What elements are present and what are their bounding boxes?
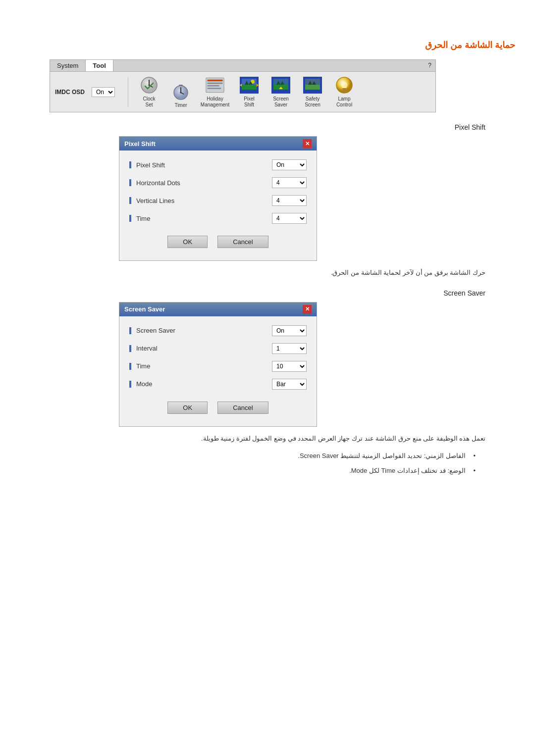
interval-select[interactable]: 1 2 3 <box>272 343 307 354</box>
pixel-shift-icon <box>240 76 259 95</box>
svg-rect-33 <box>305 79 320 85</box>
screen-saver-close-button[interactable]: ✕ <box>303 305 312 314</box>
lamp-control-label: LampControl <box>336 96 352 108</box>
toolbar-icon-safety-screen[interactable]: SafetyScreen <box>300 76 325 108</box>
tab-system[interactable]: System <box>50 60 86 71</box>
toolbar-tabs: System Tool ? <box>50 60 435 72</box>
row-indicator-3 <box>129 197 131 204</box>
svg-rect-32 <box>305 85 320 90</box>
holiday-icon <box>206 76 224 95</box>
toolbar-body: IMDC OSD On Off <box>50 72 435 112</box>
pixel-shift-select[interactable]: On Off <box>272 159 307 170</box>
horizontal-dots-row: Horizontal Dots 4 1 2 3 <box>129 177 307 188</box>
ss-time-control: 10 5 15 <box>272 361 307 372</box>
row-indicator-ss2 <box>129 345 131 352</box>
safety-screen-label: SafetyScreen <box>305 96 321 108</box>
horizontal-dots-control: 4 1 2 3 <box>272 177 307 188</box>
clock-icon <box>140 76 159 95</box>
toolbar-icon-screen-saver[interactable]: ScreenSaver <box>268 76 294 108</box>
mode-bullet: الوضع: قد تختلف إعدادات Time لكل Mode. <box>20 466 476 476</box>
timer-label: Timer <box>174 102 187 108</box>
interval-label: Interval <box>129 345 158 352</box>
toolbar-icon-timer[interactable]: Timer <box>168 82 194 108</box>
help-button[interactable]: ? <box>424 60 435 71</box>
ss-time-label: Time <box>129 362 150 370</box>
imdcosd-label: IMDC OSD <box>55 89 85 96</box>
toolbar-icons: ClockSet Timer <box>136 76 357 108</box>
pixel-shift-dialog: Pixel Shift ✕ Pixel Shift On Off Horizon… <box>119 136 317 261</box>
lamp-icon <box>335 76 354 95</box>
svg-rect-26 <box>273 79 288 85</box>
toolbar-divider <box>128 77 128 107</box>
mode-row: Mode Bar Eraser Pixel <box>129 379 307 390</box>
ss-time-select[interactable]: 10 5 15 <box>272 361 307 372</box>
pixel-shift-section-label: Pixel Shift <box>20 123 485 131</box>
interval-control: 1 2 3 <box>272 343 307 354</box>
pixel-shift-titlebar: Pixel Shift ✕ <box>119 137 317 151</box>
screen-saver-section-label: Screen Saver <box>20 289 485 297</box>
screen-saver-bullets: الفاصل الزمني: تحديد الفواصل الزمنية لتن… <box>20 451 476 477</box>
horizontal-dots-label: Horizontal Dots <box>129 179 180 187</box>
screen-saver-ok-button[interactable]: OK <box>167 402 208 414</box>
imdcosd-select[interactable]: On Off <box>92 87 115 97</box>
screen-saver-label: ScreenSaver <box>273 96 289 108</box>
svg-point-3 <box>149 85 150 86</box>
pixel-shift-dialog-title: Pixel Shift <box>124 140 156 148</box>
screen-saver-dialog: Screen Saver ✕ Screen Saver On Off Inter… <box>119 302 317 427</box>
pixel-shift-desc: حرك الشاشة برفق من أن لآخر لحماية الشاشة… <box>20 268 485 278</box>
toolbar-panel: System Tool ? IMDC OSD On Off <box>50 59 436 112</box>
row-indicator-ss1 <box>129 327 131 334</box>
row-indicator-ss3 <box>129 363 131 370</box>
pixel-shift-close-button[interactable]: ✕ <box>303 139 312 148</box>
toolbar-icon-lamp-control[interactable]: LampControl <box>331 76 357 108</box>
pixel-shift-time-control: 4 1 2 3 <box>272 213 307 224</box>
screen-saver-cancel-button[interactable]: Cancel <box>217 402 268 414</box>
svg-rect-12 <box>207 85 219 87</box>
screen-saver-control: On Off <box>272 325 307 336</box>
mode-control: Bar Eraser Pixel <box>272 379 307 390</box>
svg-rect-38 <box>343 90 346 91</box>
svg-point-8 <box>180 92 182 94</box>
pixel-shift-time-select[interactable]: 4 1 2 3 <box>272 213 307 224</box>
pixel-shift-time-row: Time 4 1 2 3 <box>129 213 307 224</box>
screen-saver-desc: تعمل هذه الوظيفة على منع حرق الشاشة عند … <box>20 434 485 444</box>
svg-rect-37 <box>342 88 346 90</box>
vertical-lines-select[interactable]: 4 1 2 3 <box>272 195 307 206</box>
svg-rect-5 <box>179 85 183 86</box>
pixel-shift-row: Pixel Shift On Off <box>129 159 307 170</box>
page-title: حماية الشاشة من الحرق <box>20 40 515 50</box>
holiday-label: HolidayManagement <box>201 96 229 108</box>
pixel-shift-time-label: Time <box>129 215 150 222</box>
clock-set-label: ClockSet <box>143 96 155 108</box>
svg-rect-11 <box>207 83 222 84</box>
pixel-shift-footer: OK Cancel <box>129 231 307 255</box>
mode-label: Mode <box>129 380 153 388</box>
screen-saver-select[interactable]: On Off <box>272 325 307 336</box>
screen-saver-dialog-body: Screen Saver On Off Interval 1 2 3 <box>119 316 317 426</box>
toolbar-icon-holiday[interactable]: HolidayManagement <box>200 76 230 108</box>
vertical-lines-row: Vertical Lines 4 1 2 3 <box>129 195 307 206</box>
interval-row: Interval 1 2 3 <box>129 343 307 354</box>
row-indicator-4 <box>129 215 131 222</box>
pixel-shift-dialog-body: Pixel Shift On Off Horizontal Dots 4 1 2… <box>119 151 317 260</box>
pixel-shift-label: PixelShift <box>244 96 255 108</box>
row-indicator-2 <box>129 179 131 186</box>
screen-saver-row: Screen Saver On Off <box>129 325 307 336</box>
pixel-shift-ok-button[interactable]: OK <box>167 236 208 248</box>
screen-saver-dialog-title: Screen Saver <box>124 305 165 313</box>
pixel-shift-cancel-button[interactable]: Cancel <box>217 236 268 248</box>
mode-select[interactable]: Bar Eraser Pixel <box>272 379 307 390</box>
pixel-shift-control: On Off <box>272 159 307 170</box>
ss-time-row: Time 10 5 15 <box>129 361 307 372</box>
svg-rect-13 <box>207 88 221 89</box>
pixel-shift-row-label: Pixel Shift <box>129 161 165 169</box>
tab-tool[interactable]: Tool <box>86 60 113 71</box>
toolbar-icon-pixel-shift[interactable]: PixelShift <box>236 76 262 108</box>
safety-screen-icon <box>303 76 322 95</box>
svg-rect-16 <box>242 85 257 90</box>
interval-bullet: الفاصل الزمني: تحديد الفواصل الزمنية لتن… <box>20 451 476 461</box>
toolbar-icon-clock-set[interactable]: ClockSet <box>136 76 162 108</box>
horizontal-dots-select[interactable]: 4 1 2 3 <box>272 177 307 188</box>
vertical-lines-label: Vertical Lines <box>129 197 174 204</box>
timer-icon <box>171 82 190 101</box>
